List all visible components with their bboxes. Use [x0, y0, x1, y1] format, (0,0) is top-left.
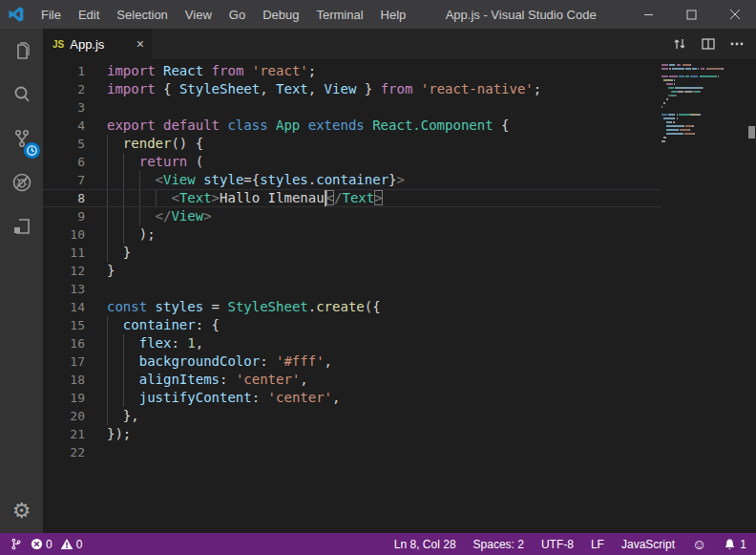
line-number[interactable]: 18	[43, 371, 85, 389]
activity-item-extensions[interactable]	[0, 204, 43, 248]
menu-help[interactable]: Help	[372, 0, 415, 29]
code-text: render() {	[85, 135, 746, 153]
open-changes-icon[interactable]	[672, 36, 687, 52]
line-number[interactable]: 10	[43, 225, 85, 244]
language-mode[interactable]: JavaScript	[621, 538, 675, 551]
minimap-line	[662, 102, 747, 104]
code-line-11[interactable]: 11 }	[43, 244, 746, 262]
encoding-setting[interactable]: UTF-8	[541, 538, 574, 551]
line-number[interactable]: 6	[43, 153, 85, 171]
code-line-8[interactable]: 8 <Text>Hallo Ilmenau</Text>	[43, 189, 746, 207]
code-line-16[interactable]: 16 flex: 1,	[43, 334, 746, 352]
activity-item-debug[interactable]	[0, 160, 43, 204]
code-line-1[interactable]: 1import React from 'react';	[43, 62, 746, 80]
menu-edit[interactable]: Edit	[70, 0, 108, 29]
code-text: alignItems: 'center',	[85, 371, 746, 389]
settings-button[interactable]: ⚙	[0, 489, 43, 533]
line-number[interactable]: 14	[43, 298, 85, 316]
feedback-smiley-icon[interactable]: ☺	[692, 537, 706, 551]
maximize-button[interactable]	[670, 0, 713, 29]
code-line-7[interactable]: 7 <View style={styles.container}>	[43, 171, 746, 189]
code-line-21[interactable]: 21});	[43, 425, 746, 443]
indent-guide	[107, 244, 108, 262]
line-number[interactable]: 16	[43, 334, 85, 352]
minimap-line	[662, 95, 747, 96]
code-line-12[interactable]: 12}	[43, 262, 746, 280]
more-actions-icon[interactable]	[729, 36, 745, 52]
indent-guide	[156, 189, 157, 207]
minimap[interactable]	[662, 62, 747, 533]
line-number[interactable]: 5	[43, 135, 85, 153]
close-button[interactable]	[713, 0, 756, 29]
line-number[interactable]: 12	[43, 262, 85, 280]
menu-terminal[interactable]: Terminal	[307, 0, 371, 29]
menu-debug[interactable]: Debug	[254, 0, 307, 29]
code-line-9[interactable]: 9 </View>	[43, 207, 746, 225]
indent-guide	[107, 189, 108, 207]
line-number[interactable]: 3	[43, 98, 85, 117]
line-number[interactable]: 11	[43, 244, 85, 262]
code-line-5[interactable]: 5 render() {	[43, 135, 746, 153]
code-line-6[interactable]: 6 return (	[43, 153, 746, 171]
line-number[interactable]: 8	[43, 189, 85, 207]
code-line-3[interactable]: 3	[43, 98, 746, 117]
code-line-14[interactable]: 14const styles = StyleSheet.create({	[43, 298, 746, 316]
code-line-17[interactable]: 17 backgroundColor: '#fff',	[43, 352, 746, 371]
code-area[interactable]: 1import React from 'react';2import { Sty…	[43, 62, 746, 461]
line-number[interactable]: 1	[43, 62, 85, 80]
line-number[interactable]: 9	[43, 207, 85, 225]
tab-bar: JS App.js ×	[43, 29, 756, 59]
search-icon	[10, 83, 33, 106]
problems-errors[interactable]: 0	[31, 538, 52, 551]
activity-item-search[interactable]	[0, 73, 43, 117]
git-branch-icon[interactable]	[10, 537, 23, 551]
minimap-line	[662, 117, 747, 119]
warning-icon	[60, 538, 74, 550]
activity-item-explorer[interactable]	[0, 29, 43, 73]
indent-guide	[107, 171, 108, 189]
menu-file[interactable]: File	[32, 0, 70, 29]
minimize-button[interactable]	[627, 0, 670, 29]
tab-close-icon[interactable]: ×	[136, 37, 144, 51]
line-number[interactable]: 2	[43, 80, 85, 98]
indentation-setting[interactable]: Spaces: 2	[473, 538, 524, 551]
line-number[interactable]: 4	[43, 117, 85, 135]
indent-guide	[123, 171, 124, 189]
line-number[interactable]: 22	[43, 443, 85, 461]
tab-appjs[interactable]: JS App.js ×	[43, 29, 153, 59]
line-number[interactable]: 20	[43, 407, 85, 425]
javascript-file-icon: JS	[52, 39, 64, 50]
code-editor[interactable]: 1import React from 'react';2import { Sty…	[43, 59, 756, 533]
line-number[interactable]: 15	[43, 316, 85, 334]
code-line-10[interactable]: 10 );	[43, 225, 746, 244]
notifications[interactable]: 1	[724, 538, 746, 551]
line-number[interactable]: 13	[43, 280, 85, 298]
line-number[interactable]: 19	[43, 389, 85, 407]
minimap-line	[662, 110, 747, 112]
code-line-15[interactable]: 15 container: {	[43, 316, 746, 334]
indent-guide	[107, 352, 108, 371]
menu-go[interactable]: Go	[220, 0, 254, 29]
problems-warnings[interactable]: 0	[60, 538, 83, 551]
code-line-2[interactable]: 2import { StyleSheet, Text, View } from …	[43, 80, 746, 98]
line-number[interactable]: 17	[43, 352, 85, 371]
line-number[interactable]: 7	[43, 171, 85, 189]
code-text: flex: 1,	[85, 334, 746, 352]
cursor-position[interactable]: Ln 8, Col 28	[394, 538, 456, 551]
indent-guide	[123, 207, 124, 225]
code-line-22[interactable]: 22	[43, 443, 746, 461]
line-number[interactable]: 21	[43, 425, 85, 443]
status-bar: 0 0 Ln 8, Col 28 Spaces: 2 UTF-8 LF Java…	[0, 533, 756, 555]
split-editor-icon[interactable]	[701, 36, 716, 52]
code-text	[85, 280, 746, 298]
code-line-20[interactable]: 20 },	[43, 407, 746, 425]
overview-ruler[interactable]	[747, 59, 756, 533]
activity-item-source-control[interactable]	[0, 117, 43, 160]
menu-view[interactable]: View	[177, 0, 220, 29]
menu-selection[interactable]: Selection	[108, 0, 176, 29]
eol-setting[interactable]: LF	[591, 538, 604, 551]
code-line-18[interactable]: 18 alignItems: 'center',	[43, 371, 746, 389]
code-line-13[interactable]: 13	[43, 280, 746, 298]
code-line-4[interactable]: 4export default class App extends React.…	[43, 117, 746, 135]
code-line-19[interactable]: 19 justifyContent: 'center',	[43, 389, 746, 407]
